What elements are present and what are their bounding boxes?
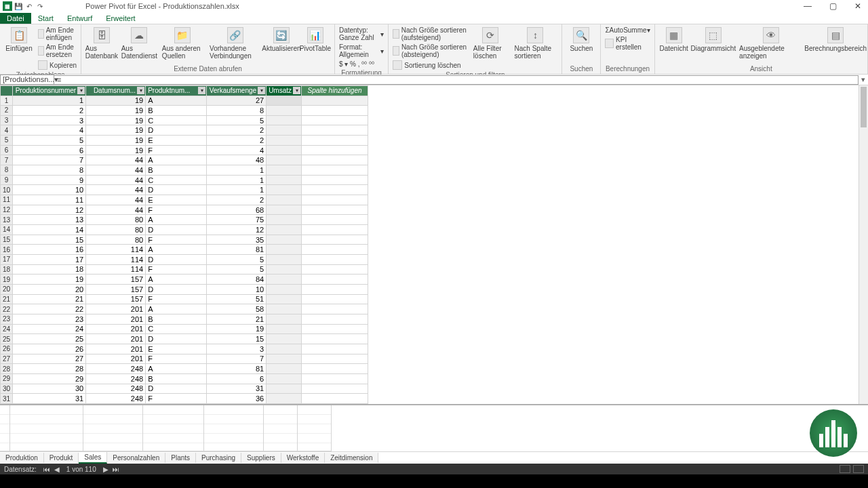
row-header[interactable]: 9	[1, 175, 13, 185]
vertical-scrollbar[interactable]	[859, 85, 868, 404]
cell[interactable]	[302, 136, 368, 146]
filter-dropdown-icon[interactable]: ▾	[258, 87, 265, 94]
cell[interactable]: 8	[13, 165, 86, 176]
clear-filter-button[interactable]: ⟳Alle Filter löschen	[471, 26, 511, 61]
maximize-button[interactable]: ▢	[825, 1, 841, 11]
redo-icon[interactable]: ↷	[35, 1, 45, 11]
table-row[interactable]: 18 18 114 F 5	[1, 264, 368, 274]
cell[interactable]: D	[146, 225, 207, 235]
cell[interactable]: 1	[207, 175, 267, 185]
from-other-button[interactable]: 📁Aus anderen Quellen	[159, 26, 205, 61]
cell[interactable]: 22	[13, 304, 86, 314]
nav-prev-icon[interactable]: ◀	[54, 466, 60, 473]
cell[interactable]: 248	[86, 364, 146, 374]
table-row[interactable]: 8 8 44 B 1	[1, 165, 368, 176]
sheet-tab-zeitdimension[interactable]: Zeitdimension	[325, 453, 378, 463]
cell[interactable]: 31	[207, 384, 267, 394]
table-row[interactable]: 15 15 80 F 35	[1, 235, 368, 245]
table-row[interactable]: 11 11 44 E 2	[1, 195, 368, 205]
row-header[interactable]: 25	[1, 334, 13, 344]
cell[interactable]: 8	[207, 106, 267, 116]
cell[interactable]	[302, 96, 368, 106]
cell[interactable]	[302, 384, 368, 394]
table-row[interactable]: 7 7 44 A 48	[1, 155, 368, 165]
cell[interactable]: F	[146, 235, 207, 245]
cell[interactable]: 11	[13, 195, 86, 205]
nav-first-icon[interactable]: ⏮	[43, 466, 50, 473]
table-row[interactable]: 16 16 114 A 81	[1, 245, 368, 255]
cell[interactable]	[302, 354, 368, 364]
cell[interactable]	[302, 324, 368, 334]
cell[interactable]: 26	[13, 344, 86, 354]
row-header[interactable]: 8	[1, 165, 13, 176]
cell[interactable]: 6	[207, 373, 267, 384]
col-verkaufsmenge[interactable]: Verkaufsmenge▾	[207, 86, 267, 96]
cell[interactable]: 5	[207, 115, 267, 125]
cell[interactable]	[267, 274, 302, 285]
cell[interactable]	[302, 394, 368, 404]
cell[interactable]	[302, 304, 368, 314]
cell[interactable]	[267, 294, 302, 304]
cell[interactable]: F	[146, 354, 207, 364]
cell[interactable]	[267, 245, 302, 255]
row-header[interactable]: 4	[1, 125, 13, 136]
row-header[interactable]: 6	[1, 145, 13, 155]
cell[interactable]: 2	[207, 195, 267, 205]
cell[interactable]: 44	[86, 205, 146, 215]
cell[interactable]: A	[146, 215, 207, 225]
cell[interactable]	[267, 324, 302, 334]
minimize-button[interactable]: —	[800, 1, 816, 11]
table-row[interactable]: 19 19 157 A 84	[1, 274, 368, 285]
table-row[interactable]: 6 6 19 F 4	[1, 145, 368, 155]
table-row[interactable]: 30 30 248 D 31	[1, 384, 368, 394]
filter-dropdown-icon[interactable]: ▾	[77, 87, 85, 94]
cell[interactable]: 9	[13, 175, 86, 185]
cell[interactable]	[267, 314, 302, 324]
cell[interactable]	[302, 294, 368, 304]
cell[interactable]	[267, 115, 302, 125]
cell[interactable]	[267, 235, 302, 245]
cell[interactable]	[267, 284, 302, 294]
cell[interactable]: 10	[207, 284, 267, 294]
cell[interactable]: 1	[207, 185, 267, 195]
cell[interactable]	[267, 145, 302, 155]
cell[interactable]: 114	[86, 255, 146, 265]
row-header[interactable]: 22	[1, 304, 13, 314]
cell[interactable]: 81	[207, 245, 267, 255]
filter-dropdown-icon[interactable]: ▾	[198, 87, 205, 94]
cell[interactable]	[267, 165, 302, 176]
col-datumsnummer[interactable]: Datumsnum...▾	[86, 86, 146, 96]
row-header[interactable]: 19	[1, 274, 13, 285]
nav-next-icon[interactable]: ▶	[103, 466, 108, 473]
cell[interactable]: 201	[86, 334, 146, 344]
cell[interactable]: 157	[86, 294, 146, 304]
row-header[interactable]: 20	[1, 284, 13, 294]
cell[interactable]: 17	[13, 255, 86, 265]
filter-dropdown-icon[interactable]: ▾	[137, 87, 144, 94]
cell[interactable]	[302, 245, 368, 255]
refresh-button[interactable]: 🔄Aktualisieren	[265, 26, 298, 54]
formula-input[interactable]: =	[54, 75, 859, 85]
cell[interactable]: B	[146, 106, 207, 116]
cell[interactable]: B	[146, 165, 207, 176]
row-header[interactable]: 31	[1, 394, 13, 404]
cell[interactable]: 5	[13, 136, 86, 146]
cell[interactable]	[267, 384, 302, 394]
cell[interactable]: 23	[13, 314, 86, 324]
cell[interactable]: 48	[207, 155, 267, 165]
append-button[interactable]: Am Ende einfügen	[37, 26, 78, 42]
save-icon[interactable]: 💾	[14, 1, 23, 11]
cell[interactable]	[302, 106, 368, 116]
table-row[interactable]: 9 9 44 C 1	[1, 175, 368, 185]
format-dropdown[interactable]: Format: Allgemein ▾	[338, 43, 385, 59]
cell[interactable]: 29	[13, 373, 86, 384]
cell[interactable]: D	[146, 185, 207, 195]
cell[interactable]	[267, 175, 302, 185]
copy-button[interactable]: Kopieren	[37, 60, 78, 70]
row-header[interactable]: 17	[1, 255, 13, 265]
cell[interactable]: D	[146, 255, 207, 265]
cell[interactable]: 58	[207, 304, 267, 314]
cell[interactable]	[302, 235, 368, 245]
cell[interactable]: 114	[86, 264, 146, 274]
cell[interactable]: 10	[13, 185, 86, 195]
